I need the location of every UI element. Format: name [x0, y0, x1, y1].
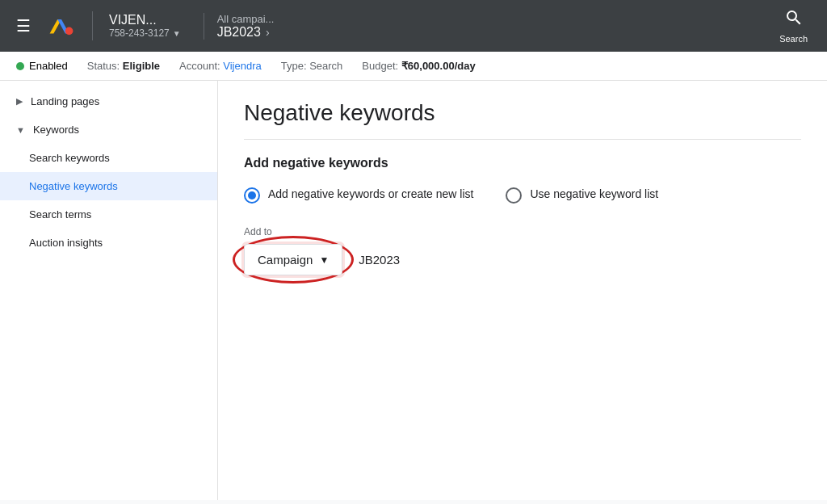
- account-value: Vijendra: [223, 60, 261, 72]
- sidebar-item-label: Negative keywords: [29, 180, 118, 192]
- account-info-status: Account: Vijendra: [179, 60, 262, 72]
- google-ads-logo: [47, 11, 76, 40]
- type-info: Type: Search: [281, 60, 343, 72]
- status-bar: Enabled Status: Eligible Account: Vijend…: [0, 52, 827, 81]
- account-name: VIJEN...: [109, 13, 181, 27]
- keywords-arrow-icon: ▼: [16, 125, 25, 135]
- sidebar-item-label: Search terms: [29, 208, 91, 220]
- radio-option-2-label: Use negative keyword list: [530, 187, 658, 203]
- breadcrumb-chevron-icon: ›: [266, 26, 270, 39]
- campaign-dropdown[interactable]: Campaign ▼: [244, 244, 342, 275]
- search-icon: [784, 8, 804, 32]
- radio-selected-icon[interactable]: [244, 187, 260, 204]
- top-navigation: ☰ VIJEN... 758-243-3127 ▼ All campai... …: [0, 0, 827, 52]
- sidebar-item-negative-keywords[interactable]: Negative keywords: [0, 172, 217, 200]
- enabled-label: Enabled: [29, 60, 68, 72]
- account-info: VIJEN... 758-243-3127 ▼: [109, 13, 181, 39]
- campaign-dropdown-label: Campaign: [258, 253, 313, 267]
- campaign-row: Campaign ▼ JB2023: [244, 244, 801, 275]
- budget-info: Budget: ₹60,000.00/day: [362, 60, 475, 72]
- sidebar-item-keywords[interactable]: ▼ Keywords: [0, 116, 217, 144]
- status-eligible: Status: Eligible: [87, 60, 160, 72]
- sidebar-item-landing-pages[interactable]: ▶ Landing pages: [0, 87, 217, 116]
- account-dropdown-arrow[interactable]: ▼: [173, 29, 181, 38]
- radio-option-1-label: Add negative keywords or create new list: [268, 187, 473, 203]
- campaign-value: JB2023: [359, 253, 400, 267]
- campaign-breadcrumb-label: All campai...: [217, 13, 275, 25]
- radio-option-add-keywords[interactable]: Add negative keywords or create new list: [244, 187, 473, 204]
- sidebar-item-search-keywords[interactable]: Search keywords: [0, 144, 217, 172]
- sidebar-item-label: Keywords: [33, 124, 79, 136]
- campaign-dropdown-arrow-icon: ▼: [319, 254, 329, 266]
- nav-divider: [92, 11, 93, 40]
- campaign-breadcrumb-name: JB2023: [217, 25, 261, 40]
- radio-unselected-icon[interactable]: [506, 187, 522, 204]
- sidebar-item-search-terms[interactable]: Search terms: [0, 200, 217, 229]
- campaign-dropdown-wrapper: Campaign ▼: [244, 244, 342, 275]
- section-title: Add negative keywords: [244, 156, 801, 170]
- page-title: Negative keywords: [244, 100, 801, 140]
- sidebar-item-label: Search keywords: [29, 152, 110, 164]
- radio-option-use-list[interactable]: Use negative keyword list: [506, 187, 658, 204]
- radio-group: Add negative keywords or create new list…: [244, 187, 801, 204]
- account-id[interactable]: 758-243-3127 ▼: [109, 27, 181, 39]
- hamburger-menu[interactable]: ☰: [10, 10, 37, 42]
- budget-value: ₹60,000.00/day: [401, 60, 476, 72]
- enabled-status: Enabled: [16, 60, 68, 72]
- type-value: Search: [309, 60, 342, 72]
- main-layout: ▶ Landing pages ▼ Keywords Search keywor…: [0, 81, 827, 500]
- enabled-dot: [16, 62, 24, 70]
- main-content: Negative keywords Add negative keywords …: [218, 81, 827, 500]
- status-value: Eligible: [123, 60, 160, 72]
- sidebar-item-label: Landing pages: [31, 95, 99, 107]
- sidebar-item-auction-insights[interactable]: Auction insights: [0, 229, 217, 257]
- landing-pages-arrow-icon: ▶: [16, 96, 23, 107]
- svg-point-2: [65, 27, 73, 36]
- sidebar: ▶ Landing pages ▼ Keywords Search keywor…: [0, 81, 218, 500]
- campaign-breadcrumb: All campai... JB2023 ›: [204, 13, 275, 40]
- add-to-label: Add to: [244, 226, 801, 237]
- sidebar-item-label: Auction insights: [29, 237, 103, 249]
- search-label: Search: [779, 34, 808, 44]
- search-button[interactable]: Search: [770, 2, 817, 50]
